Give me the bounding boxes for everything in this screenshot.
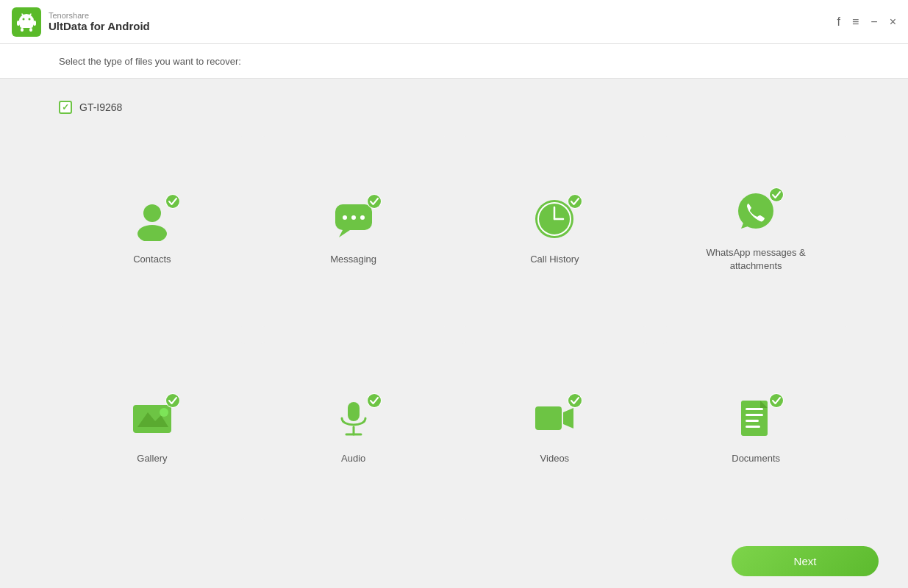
svg-point-45 <box>770 394 783 407</box>
svg-point-11 <box>143 204 161 222</box>
svg-rect-6 <box>33 21 36 26</box>
documents-icon-wrapper <box>734 396 778 443</box>
whatsapp-label: WhatsApp messages &attachments <box>707 246 806 273</box>
audio-check-badge <box>367 393 382 408</box>
svg-rect-42 <box>746 420 759 422</box>
svg-rect-2 <box>20 21 33 28</box>
title-bar-right: f ≡ − × <box>837 15 896 29</box>
svg-point-8 <box>29 18 31 20</box>
svg-point-7 <box>23 18 25 20</box>
svg-point-16 <box>351 215 356 220</box>
app-brand: Tenorshare <box>49 11 150 20</box>
svg-marker-37 <box>563 408 573 429</box>
svg-point-35 <box>368 394 381 407</box>
app-logo <box>12 7 41 37</box>
device-name: GT-I9268 <box>79 101 122 113</box>
subtitle-bar: Select the type of files you want to rec… <box>0 44 908 79</box>
svg-point-12 <box>137 225 167 241</box>
messaging-icon-wrapper <box>332 197 376 244</box>
whatsapp-icon-wrapper <box>734 190 778 237</box>
menu-icon[interactable]: ≡ <box>852 15 859 29</box>
device-row[interactable]: GT-I9268 <box>59 101 849 114</box>
call-history-icon-wrapper <box>532 197 576 244</box>
next-button[interactable]: Next <box>732 546 879 576</box>
svg-point-30 <box>160 408 168 417</box>
title-bar: Tenorshare UltData for Android f ≡ − × <box>0 0 908 44</box>
svg-rect-4 <box>29 28 32 32</box>
subtitle-text: Select the type of files you want to rec… <box>59 56 241 67</box>
messaging-label: Messaging <box>330 253 376 266</box>
call-history-check-badge <box>568 194 582 209</box>
gallery-label: Gallery <box>137 452 167 465</box>
documents-check-badge <box>769 393 784 408</box>
svg-point-24 <box>568 195 582 208</box>
svg-point-13 <box>166 195 179 208</box>
file-item-documents[interactable]: Documents <box>662 342 849 520</box>
svg-rect-41 <box>746 414 763 416</box>
file-item-call-history[interactable]: Call History <box>462 136 648 327</box>
app-title: UltData for Android <box>49 20 150 32</box>
call-history-label: Call History <box>530 253 579 266</box>
contacts-icon-wrapper <box>130 197 174 244</box>
whatsapp-check-badge <box>769 187 784 202</box>
videos-icon-wrapper <box>532 396 576 443</box>
svg-point-27 <box>770 188 783 201</box>
videos-check-badge <box>568 393 582 408</box>
svg-rect-40 <box>746 408 763 410</box>
videos-label: Videos <box>540 452 570 465</box>
svg-rect-3 <box>21 28 24 32</box>
app-title-group: Tenorshare UltData for Android <box>49 11 150 32</box>
file-item-whatsapp[interactable]: WhatsApp messages &attachments <box>662 136 849 327</box>
contacts-check-badge <box>165 194 180 209</box>
file-type-grid: Contacts Messaging <box>59 136 849 520</box>
audio-label: Audio <box>341 452 365 465</box>
facebook-icon[interactable]: f <box>837 15 840 29</box>
messaging-check-badge <box>367 194 382 209</box>
close-icon[interactable]: × <box>890 15 896 29</box>
svg-point-38 <box>568 394 582 407</box>
file-item-contacts[interactable]: Contacts <box>59 136 246 327</box>
svg-rect-43 <box>746 426 760 428</box>
bottom-bar: Next <box>0 534 908 588</box>
gallery-check-badge <box>165 393 180 408</box>
device-checkbox[interactable] <box>59 101 72 114</box>
documents-label: Documents <box>732 452 780 465</box>
svg-point-17 <box>360 215 365 220</box>
file-item-videos[interactable]: Videos <box>462 342 648 520</box>
svg-rect-32 <box>348 402 360 421</box>
svg-marker-18 <box>339 230 350 237</box>
svg-point-15 <box>343 215 347 220</box>
svg-rect-5 <box>17 21 20 26</box>
svg-point-19 <box>368 195 381 208</box>
title-bar-left: Tenorshare UltData for Android <box>12 7 150 37</box>
contacts-label: Contacts <box>133 253 171 266</box>
file-item-messaging[interactable]: Messaging <box>260 136 447 327</box>
gallery-icon-wrapper <box>130 396 174 443</box>
file-item-gallery[interactable]: Gallery <box>59 342 246 520</box>
file-item-audio[interactable]: Audio <box>260 342 447 520</box>
minimize-icon[interactable]: − <box>871 15 877 29</box>
main-content: GT-I9268 Contacts <box>0 79 908 534</box>
audio-icon-wrapper <box>332 396 376 443</box>
svg-rect-36 <box>535 406 562 430</box>
svg-point-31 <box>166 394 179 407</box>
